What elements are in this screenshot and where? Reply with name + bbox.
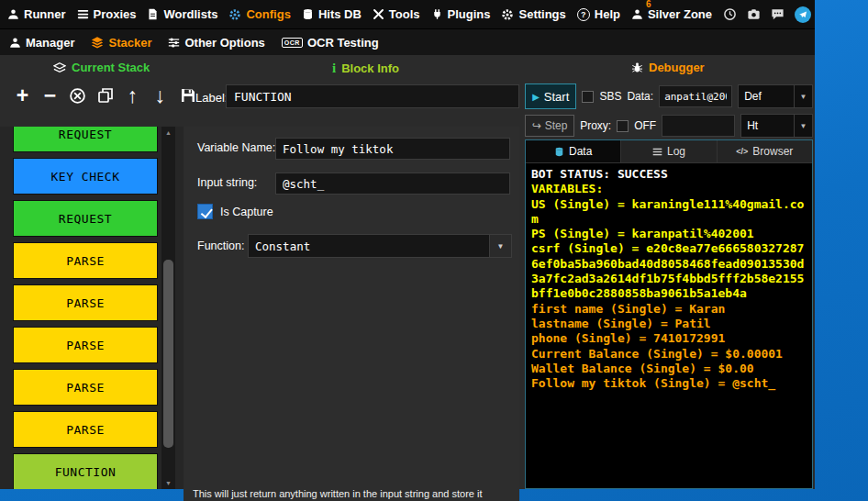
help-icon: ?	[577, 8, 590, 21]
block-label-input[interactable]	[226, 84, 519, 108]
stack-block[interactable]: KEY CHECK	[13, 158, 158, 195]
debug-output-line: BOT STATUS: SUCCESS	[531, 167, 807, 182]
stack-block[interactable]: PARSE	[13, 369, 158, 406]
function-dropdown[interactable]: Constant ▼	[248, 234, 512, 258]
nav-help[interactable]: ? Help	[577, 7, 620, 21]
tools-icon	[373, 8, 384, 20]
debug-output-line: Follow my tiktok (Single) = @scht_	[531, 376, 807, 391]
debug-controls-row1: ▶ Start SBS Data: Def ▼	[525, 83, 813, 110]
start-button[interactable]: ▶ Start	[525, 84, 576, 109]
remove-block-button[interactable]: −	[39, 83, 61, 108]
telegram-icon[interactable]	[795, 6, 811, 23]
proxy-type-dropdown[interactable]: Ht ▼	[740, 114, 813, 138]
nav-label: Runner	[24, 7, 66, 21]
debug-output-line: first name (Single) = Karan	[531, 302, 807, 317]
sbs-checkbox[interactable]	[582, 91, 594, 103]
sbs-label: SBS	[599, 90, 621, 103]
debug-output-line: lastname (Single) = Patil	[531, 317, 807, 331]
input-string-label: Input string:	[197, 176, 257, 189]
nav-other-options[interactable]: Other Options	[168, 36, 264, 50]
stack-block[interactable]: FUNCTION	[13, 453, 158, 489]
stack-block[interactable]: PARSE	[13, 242, 158, 279]
stack-block[interactable]: REQUEST	[13, 127, 158, 152]
chat-icon[interactable]	[771, 7, 785, 21]
add-block-button[interactable]: +	[11, 83, 34, 108]
chevron-down-icon: ▼	[794, 85, 812, 107]
proxy-checkbox[interactable]	[617, 120, 629, 132]
nav-label: Settings	[518, 7, 565, 21]
tab-data[interactable]: Data	[526, 140, 621, 162]
input-string-input[interactable]	[275, 173, 510, 195]
debug-controls-row2: ↪ Step Proxy: OFF Ht ▼	[525, 114, 813, 138]
nav-label: Proxies	[94, 7, 137, 21]
proxy-input[interactable]	[662, 115, 735, 137]
nav-tools[interactable]: Tools	[373, 7, 420, 21]
stacker-layers-icon	[91, 36, 104, 49]
user-icon	[631, 8, 643, 20]
section-title: Block Info	[341, 61, 399, 75]
debugger-tabs: Data Log </> Browser	[526, 140, 812, 163]
nav-ocr-testing[interactable]: OCR OCR Testing	[282, 36, 379, 50]
move-down-button[interactable]: ↓	[149, 83, 172, 108]
nav-label: Silver Zone	[648, 7, 712, 21]
move-up-button[interactable]: ↑	[121, 83, 144, 108]
stack-block[interactable]: PARSE	[13, 284, 158, 321]
variable-name-input[interactable]	[275, 138, 510, 160]
step-arrow-icon: ↪	[532, 119, 541, 132]
nav-label: Configs	[246, 7, 290, 21]
manager-icon	[9, 37, 21, 49]
debug-output-line: PS (Single) = karanpatil%402001	[531, 227, 807, 241]
desktop-background: Runner Proxies Wordlists Configs Hits DB…	[0, 0, 868, 501]
nav-stacker[interactable]: Stacker	[91, 36, 151, 50]
ocr-icon: OCR	[282, 38, 303, 48]
data-label: Data:	[627, 90, 653, 103]
history-icon[interactable]	[723, 7, 737, 21]
debug-output-line: US (Single) = karaningle111%40gmail.com	[531, 197, 807, 228]
label-field-caption: Label:	[195, 91, 228, 105]
nav-runner[interactable]: Runner	[7, 7, 66, 21]
code-icon: </>	[736, 147, 748, 156]
block-info-header: i Block Info	[332, 61, 399, 76]
clear-stack-button[interactable]	[66, 83, 89, 108]
nav-manager[interactable]: Manager	[9, 36, 74, 50]
stack-block[interactable]: PARSE	[13, 411, 158, 448]
nav-label: Manager	[26, 36, 74, 50]
data-type-dropdown[interactable]: Def ▼	[738, 84, 813, 108]
scroll-up-icon[interactable]: ▲	[161, 129, 175, 136]
nav-plugins[interactable]: Plugins	[431, 7, 491, 21]
debug-output-line: VARIABLES:	[531, 182, 807, 196]
debugger-panel: Data Log </> Browser BOT STATUS: SUCCESS…	[525, 139, 813, 489]
duplicate-block-button[interactable]	[94, 83, 117, 108]
camera-icon[interactable]	[747, 7, 761, 21]
step-button[interactable]: ↪ Step	[525, 115, 574, 137]
tab-log[interactable]: Log	[621, 140, 717, 162]
gear-icon	[228, 8, 241, 21]
variable-name-label: Variable Name:	[197, 141, 275, 154]
stack-panel: REQUEST KEY CHECK REQUEST PARSE PARSE PA…	[0, 127, 184, 489]
chevron-down-icon: ▼	[794, 115, 812, 137]
tab-browser[interactable]: </> Browser	[718, 140, 812, 162]
data-input[interactable]	[659, 85, 732, 107]
gear-icon	[501, 8, 514, 21]
stack-block[interactable]: REQUEST	[13, 200, 158, 237]
debug-output-line: Wallet Balance (Single) = $0.00	[531, 362, 807, 376]
nav-label: Tools	[389, 7, 420, 21]
nav-silver-zone[interactable]: 6 Silver Zone	[631, 7, 712, 21]
nav-configs[interactable]: Configs	[228, 7, 290, 21]
bug-icon	[631, 61, 643, 73]
nav-hits-db[interactable]: Hits DB	[302, 7, 362, 21]
nav-proxies[interactable]: Proxies	[77, 7, 137, 21]
nav-settings[interactable]: Settings	[501, 7, 565, 21]
stack-block[interactable]: PARSE	[13, 327, 158, 363]
database-icon	[302, 8, 314, 20]
plug-icon	[431, 8, 443, 20]
proxies-icon	[77, 8, 89, 20]
is-capture-label: Is Capture	[220, 206, 273, 218]
scroll-down-icon[interactable]: ▼	[161, 480, 175, 486]
proxy-state: OFF	[634, 119, 656, 132]
stack-scrollbar[interactable]: ▲ ▼	[161, 127, 175, 489]
is-capture-checkbox[interactable]	[197, 204, 213, 219]
scrollbar-thumb[interactable]	[163, 260, 173, 448]
nav-label: OCR Testing	[307, 36, 379, 50]
nav-wordlists[interactable]: Wordlists	[147, 7, 217, 21]
